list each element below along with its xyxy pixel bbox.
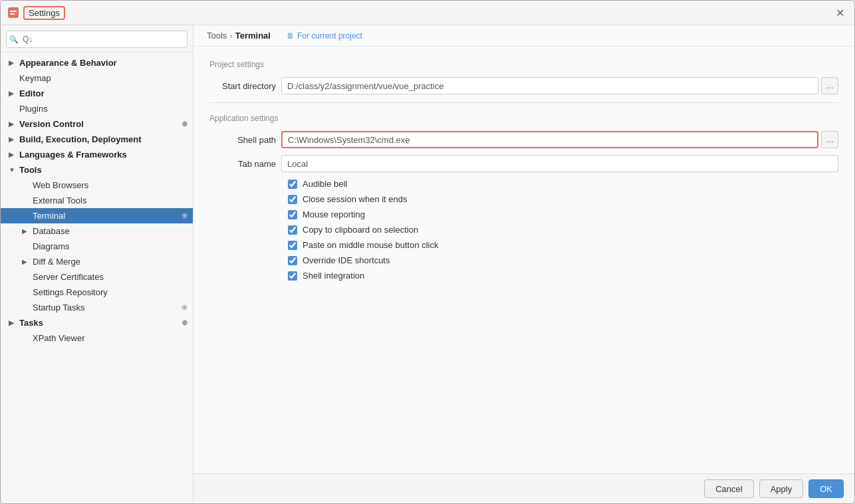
sidebar-item-version-control[interactable]: ▶ Version Control ⊕ <box>1 116 193 132</box>
title-bar-left: Settings <box>7 6 65 20</box>
checkbox-row-copy-clipboard: Copy to clipboard on selection <box>209 225 838 235</box>
sidebar-item-xpath[interactable]: XPath Viewer <box>1 330 193 346</box>
separator <box>209 102 838 103</box>
search-box <box>1 25 193 53</box>
sidebar-item-plugins[interactable]: Plugins <box>1 101 193 116</box>
svg-rect-1 <box>10 11 17 12</box>
apply-button[interactable]: Apply <box>759 479 804 498</box>
checkbox-paste-middle[interactable] <box>288 241 297 250</box>
checkbox-label-override-ide[interactable]: Override IDE shortcuts <box>303 255 390 265</box>
start-directory-row: Start directory … <box>209 77 838 94</box>
tab-name-row: Tab name <box>209 155 838 172</box>
checkbox-audible-bell[interactable] <box>288 180 297 189</box>
sidebar: ▶ Appearance & Behavior Keymap ▶ Editor … <box>1 25 193 503</box>
checkbox-label-copy-clipboard[interactable]: Copy to clipboard on selection <box>303 225 418 235</box>
sidebar-label-plugins: Plugins <box>19 104 187 114</box>
tab-name-input[interactable] <box>281 155 838 172</box>
sidebar-item-settings-repo[interactable]: Settings Repository <box>1 285 193 300</box>
sidebar-item-external-tools[interactable]: External Tools <box>1 193 193 208</box>
settings-window: Settings ✕ ▶ Appearance & Behavior <box>0 0 855 504</box>
sidebar-item-database[interactable]: ▶ Database <box>1 223 193 239</box>
search-input[interactable] <box>6 31 187 48</box>
nav-tree: ▶ Appearance & Behavior Keymap ▶ Editor … <box>1 53 193 503</box>
sidebar-label-diagrams: Diagrams <box>33 241 187 251</box>
breadcrumb-bar: Tools › Terminal 🗎 For current project <box>193 25 854 47</box>
sidebar-label-terminal: Terminal <box>33 211 179 221</box>
checkbox-row-override-ide: Override IDE shortcuts <box>209 255 838 265</box>
sidebar-label-xpath: XPath Viewer <box>33 333 187 343</box>
expand-arrow-editor: ▶ <box>9 90 19 97</box>
sidebar-item-diagrams[interactable]: Diagrams <box>1 239 193 254</box>
shell-path-row: Shell path … <box>209 131 838 148</box>
sidebar-label-appearance: Appearance & Behavior <box>19 58 187 68</box>
sidebar-label-web-browsers: Web Browsers <box>33 180 187 190</box>
expand-arrow-db: ▶ <box>22 227 33 235</box>
sidebar-label-tasks: Tasks <box>19 318 179 328</box>
checkbox-label-close-session[interactable]: Close session when it ends <box>303 194 408 204</box>
app-settings-header: Application settings <box>209 114 838 123</box>
sidebar-label-tools: Tools <box>19 165 187 175</box>
ok-button[interactable]: OK <box>808 479 844 498</box>
sidebar-item-diff-merge[interactable]: ▶ Diff & Merge <box>1 254 193 269</box>
breadcrumb-separator: › <box>229 31 232 41</box>
sidebar-label-external-tools: External Tools <box>33 195 187 205</box>
start-directory-label: Start directory <box>209 81 276 91</box>
sidebar-label-startup-tasks: Startup Tasks <box>33 303 179 313</box>
sidebar-label-keymap: Keymap <box>19 73 187 83</box>
start-directory-browse[interactable]: … <box>821 77 838 94</box>
sidebar-label-database: Database <box>33 226 187 236</box>
sidebar-item-editor[interactable]: ▶ Editor <box>1 86 193 101</box>
sidebar-item-startup-tasks[interactable]: Startup Tasks ⊕ <box>1 300 193 315</box>
main-content: ▶ Appearance & Behavior Keymap ▶ Editor … <box>1 25 854 503</box>
sidebar-item-server-certs[interactable]: Server Certificates <box>1 269 193 285</box>
sidebar-item-terminal[interactable]: Terminal ⊕ <box>1 208 193 223</box>
checkbox-mouse-reporting[interactable] <box>288 210 297 219</box>
checkbox-override-ide[interactable] <box>288 256 297 265</box>
tasks-badge: ⊕ <box>182 318 187 327</box>
checkbox-row-audible-bell: Audible bell <box>209 179 838 189</box>
sidebar-item-appearance[interactable]: ▶ Appearance & Behavior <box>1 55 193 70</box>
cancel-button[interactable]: Cancel <box>704 479 753 498</box>
close-button[interactable]: ✕ <box>832 5 848 21</box>
expand-arrow-vc: ▶ <box>9 120 19 128</box>
sidebar-item-keymap[interactable]: Keymap <box>1 70 193 86</box>
checkbox-label-mouse-reporting[interactable]: Mouse reporting <box>303 209 365 219</box>
checkbox-row-shell-integration: Shell integration <box>209 271 838 281</box>
shell-path-input[interactable] <box>281 131 818 148</box>
vc-badge: ⊕ <box>182 120 187 128</box>
sidebar-item-web-browsers[interactable]: Web Browsers <box>1 178 193 193</box>
shell-path-label: Shell path <box>209 135 276 145</box>
checkbox-row-paste-middle: Paste on middle mouse button click <box>209 240 838 250</box>
sidebar-label-languages: Languages & Frameworks <box>19 150 187 160</box>
sidebar-label-vc: Version Control <box>19 119 179 129</box>
breadcrumb-current: Terminal <box>235 31 271 41</box>
checkbox-row-mouse-reporting: Mouse reporting <box>209 209 838 219</box>
sidebar-item-tasks[interactable]: ▶ Tasks ⊕ <box>1 315 193 330</box>
breadcrumb-parent[interactable]: Tools <box>207 31 227 41</box>
sidebar-item-tools[interactable]: ▼ Tools <box>1 162 193 178</box>
sidebar-item-build[interactable]: ▶ Build, Execution, Deployment <box>1 132 193 147</box>
start-directory-wrap: … <box>281 77 838 94</box>
checkbox-copy-clipboard[interactable] <box>288 225 297 235</box>
sidebar-label-editor: Editor <box>19 88 187 98</box>
startup-badge: ⊕ <box>182 303 187 312</box>
checkbox-shell-integration[interactable] <box>288 271 297 281</box>
tab-name-label: Tab name <box>209 159 276 169</box>
checkbox-label-paste-middle[interactable]: Paste on middle mouse button click <box>303 240 439 250</box>
checkbox-close-session[interactable] <box>288 195 297 204</box>
project-link-text: For current project <box>297 31 362 41</box>
bottom-bar: Cancel Apply OK <box>193 473 854 503</box>
checkbox-label-audible-bell[interactable]: Audible bell <box>303 179 347 189</box>
shell-path-browse[interactable]: … <box>821 131 838 148</box>
shell-path-wrap: … <box>281 131 838 148</box>
expand-arrow-diff: ▶ <box>22 258 33 265</box>
settings-body: Project settings Start directory … Appli… <box>193 47 854 473</box>
search-wrap <box>6 31 187 48</box>
svg-rect-0 <box>8 7 19 18</box>
expand-arrow-tasks: ▶ <box>9 319 19 326</box>
breadcrumb-project-link[interactable]: 🗎 For current project <box>287 31 362 41</box>
start-directory-input[interactable] <box>281 77 818 94</box>
sidebar-label-settings-repo: Settings Repository <box>33 287 187 297</box>
sidebar-item-languages[interactable]: ▶ Languages & Frameworks <box>1 147 193 162</box>
checkbox-label-shell-integration[interactable]: Shell integration <box>303 271 364 281</box>
